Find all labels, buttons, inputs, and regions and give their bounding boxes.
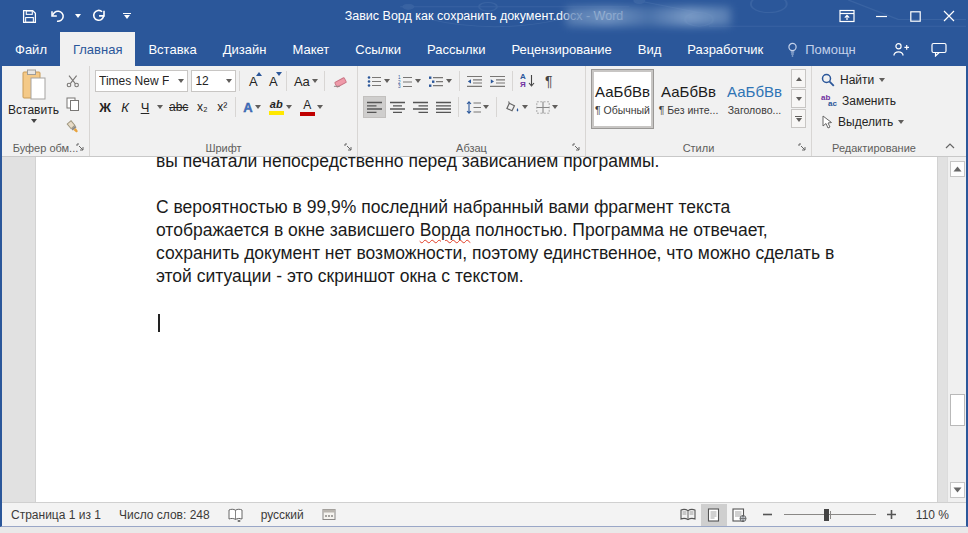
font-dialog-launcher[interactable]	[343, 141, 355, 153]
undo-button[interactable]	[44, 3, 70, 29]
find-button[interactable]: Найти	[817, 69, 889, 90]
superscript-button[interactable]: x²	[212, 96, 232, 118]
styles-dialog-launcher[interactable]	[797, 141, 809, 153]
zoom-slider-track[interactable]	[784, 509, 876, 521]
tab-developer[interactable]: Разработчик	[674, 32, 776, 66]
zoom-slider-thumb[interactable]	[824, 509, 829, 521]
redo-button[interactable]	[86, 3, 112, 29]
user-account-blurred[interactable]	[566, 7, 731, 26]
grow-font-button[interactable]: А	[243, 70, 263, 92]
align-left-button[interactable]	[363, 96, 386, 118]
numbering-button[interactable]: 123	[394, 70, 425, 92]
proofing-errors-button[interactable]	[219, 503, 252, 527]
shrink-font-button[interactable]: А	[263, 70, 283, 92]
strikethrough-button[interactable]: abc	[165, 96, 192, 118]
scrollbar-thumb[interactable]	[950, 394, 965, 426]
format-painter-button[interactable]	[62, 117, 84, 137]
italic-button[interactable]: К	[115, 96, 135, 118]
maximize-button[interactable]	[898, 0, 932, 32]
cut-button[interactable]	[62, 71, 84, 91]
document-page[interactable]: вы печатали непосредственно перед зависа…	[35, 157, 938, 502]
print-layout-icon	[707, 508, 720, 522]
select-button[interactable]: Выделить	[817, 111, 908, 132]
multilevel-list-button[interactable]	[425, 70, 456, 92]
lightbulb-icon	[786, 42, 799, 57]
style-normal[interactable]: АаБбВв ¶ Обычный	[591, 69, 654, 129]
zoom-level-button[interactable]: 110 %	[907, 503, 958, 527]
language-indicator[interactable]: русский	[252, 503, 313, 527]
chevron-down-icon	[317, 105, 323, 109]
decrease-indent-icon	[467, 75, 482, 88]
tab-review[interactable]: Рецензирование	[498, 32, 624, 66]
paragraph-dialog-launcher[interactable]	[571, 141, 583, 153]
line-spacing-button[interactable]	[462, 96, 493, 118]
tab-home[interactable]: Главная	[60, 32, 135, 66]
font-name-select[interactable]: Times New F	[95, 70, 188, 92]
styles-gallery-more-button[interactable]	[791, 109, 806, 128]
tab-design[interactable]: Дизайн	[210, 32, 280, 66]
copy-button[interactable]	[62, 94, 84, 114]
save-button[interactable]	[16, 3, 42, 29]
sort-button[interactable]: А Я	[516, 70, 539, 92]
font-color-button[interactable]: А	[296, 96, 327, 118]
change-case-button[interactable]: Aa	[290, 70, 321, 92]
underline-dropdown-button[interactable]	[155, 96, 165, 118]
tab-references[interactable]: Ссылки	[342, 32, 414, 66]
read-mode-button[interactable]	[675, 504, 701, 526]
increase-indent-button[interactable]	[486, 70, 509, 92]
page-number-indicator[interactable]: Страница 1 из 1	[2, 503, 110, 527]
replace-button[interactable]: ab ac Заменить	[817, 90, 900, 111]
comments-button[interactable]	[922, 32, 956, 66]
scroll-down-button[interactable]	[950, 482, 965, 498]
align-right-button[interactable]	[409, 96, 432, 118]
text-effects-button[interactable]: А	[239, 96, 264, 118]
highlight-color-button[interactable]: ab	[265, 96, 296, 118]
print-layout-button[interactable]	[701, 504, 727, 526]
clear-formatting-button[interactable]	[328, 70, 352, 92]
chevron-down-icon	[483, 105, 489, 109]
quick-access-toolbar	[2, 3, 140, 29]
align-center-button[interactable]	[386, 96, 409, 118]
tab-layout[interactable]: Макет	[279, 32, 342, 66]
minimize-button[interactable]	[864, 0, 898, 32]
undo-dropdown-button[interactable]	[72, 3, 84, 29]
show-paragraph-marks-button[interactable]: ¶	[539, 70, 559, 92]
bullets-button[interactable]	[363, 70, 394, 92]
shading-button[interactable]	[500, 96, 532, 118]
decrease-indent-button[interactable]	[463, 70, 486, 92]
style-heading1[interactable]: АаБбВв Заголово...	[723, 69, 786, 129]
clipboard-dialog-launcher[interactable]	[75, 141, 87, 153]
font-size-select[interactable]: 12	[191, 70, 236, 92]
zoom-in-button[interactable]	[883, 504, 901, 526]
word-count-indicator[interactable]: Число слов: 248	[110, 503, 219, 527]
borders-button[interactable]	[532, 96, 562, 118]
subscript-button[interactable]: x₂	[192, 96, 212, 118]
styles-group: АаБбВв ¶ Обычный АаБбВв ¶ Без инте... Аа…	[586, 66, 812, 156]
justify-button[interactable]	[432, 96, 455, 118]
tab-view[interactable]: Вид	[625, 32, 675, 66]
paste-button[interactable]: Вставить	[7, 69, 60, 135]
collapse-ribbon-button[interactable]	[940, 138, 960, 154]
customize-quick-access-button[interactable]	[114, 3, 140, 29]
tell-me-box[interactable]: Помощн	[776, 32, 866, 66]
scroll-up-button[interactable]	[950, 161, 965, 177]
copy-icon	[66, 97, 80, 111]
ribbon: Вставить	[2, 66, 966, 157]
zoom-out-button[interactable]	[759, 504, 777, 526]
styles-scroll-up-button[interactable]	[791, 69, 806, 88]
macro-recording-button[interactable]	[313, 503, 345, 527]
vertical-scrollbar[interactable]	[947, 157, 966, 502]
share-button[interactable]	[884, 32, 918, 66]
arrow-down-icon	[528, 75, 535, 88]
tab-insert[interactable]: Вставка	[135, 32, 209, 66]
bold-button[interactable]: Ж	[95, 96, 115, 118]
styles-scroll-down-button[interactable]	[791, 89, 806, 108]
close-button[interactable]	[932, 0, 966, 32]
underline-button[interactable]: Ч	[135, 96, 155, 118]
ribbon-display-options-button[interactable]	[830, 0, 864, 32]
tab-file[interactable]: Файл	[2, 32, 60, 66]
select-cursor-icon	[821, 115, 833, 129]
tab-mailings[interactable]: Рассылки	[414, 32, 498, 66]
web-layout-button[interactable]	[727, 504, 753, 526]
style-no-spacing[interactable]: АаБбВв ¶ Без инте...	[657, 69, 720, 129]
